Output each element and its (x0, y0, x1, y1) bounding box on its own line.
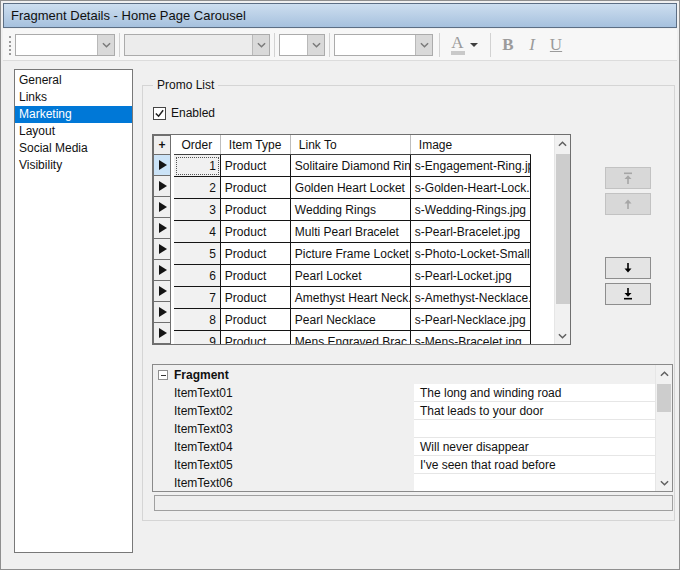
row-selector[interactable] (153, 280, 171, 302)
cell-link-to[interactable]: Pearl Necklace (291, 309, 411, 331)
underline-button: U (544, 32, 568, 58)
row-selector[interactable] (153, 259, 171, 281)
cell-image[interactable]: s-Mens-Bracelet.jpg (411, 331, 531, 345)
scroll-up-icon[interactable] (656, 365, 672, 382)
property-grid-scrollbar[interactable] (655, 365, 672, 491)
column-header-item-type[interactable]: Item Type (221, 135, 291, 154)
font-combobox[interactable] (124, 34, 270, 56)
cell-item-type[interactable]: Product (221, 309, 291, 331)
chevron-down-icon[interactable] (97, 35, 114, 55)
sidebar-item-general[interactable]: General (15, 72, 132, 89)
column-header-order[interactable]: Order (174, 135, 221, 154)
cell-image[interactable]: s-Photo-Locket-Small... (411, 243, 531, 265)
property-value[interactable]: I've seen that road before (414, 456, 655, 474)
cell-item-type[interactable]: Product (221, 287, 291, 309)
font-color-button[interactable]: A (444, 32, 484, 58)
chevron-down-icon[interactable] (307, 35, 324, 55)
cell-link-to[interactable]: Mens Engraved Brac... (291, 331, 411, 345)
scroll-down-icon[interactable] (656, 474, 672, 491)
sidebar-item-visibility[interactable]: Visibility (15, 157, 132, 174)
property-name[interactable]: ItemText02 (153, 402, 414, 420)
fragment-property-grid: Fragment ItemText01 The long and winding… (152, 364, 673, 492)
cell-image[interactable]: s-Golden-Heart-Lock... (411, 177, 531, 199)
combobox-value (16, 35, 97, 55)
row-selector-current[interactable] (153, 154, 171, 176)
cell-link-to[interactable]: Wedding Rings (291, 199, 411, 221)
row-selector[interactable] (153, 322, 171, 344)
cell-order[interactable]: 1 (174, 155, 221, 177)
property-name[interactable]: ItemText01 (153, 384, 414, 402)
row-selector[interactable] (153, 196, 171, 218)
grid-filler (531, 135, 554, 344)
cell-link-to[interactable]: Solitaire Diamond Ring (291, 155, 411, 177)
cell-order[interactable]: 2 (174, 177, 221, 199)
cell-order[interactable]: 6 (174, 265, 221, 287)
cell-order[interactable]: 4 (174, 221, 221, 243)
property-value[interactable]: Will never disappear (414, 438, 655, 456)
row-arrow-icon (159, 160, 167, 170)
cell-item-type[interactable]: Product (221, 155, 291, 177)
sidebar-item-links[interactable]: Links (15, 89, 132, 106)
enabled-checkbox[interactable] (153, 107, 166, 120)
cell-item-type[interactable]: Product (221, 331, 291, 345)
property-value[interactable]: That leads to your door (414, 402, 655, 420)
scroll-down-icon[interactable] (555, 327, 571, 344)
row-selector[interactable] (153, 175, 171, 197)
cell-link-to[interactable]: Golden Heart Locket (291, 177, 411, 199)
property-name[interactable]: ItemText03 (153, 420, 414, 438)
property-value[interactable] (414, 420, 655, 438)
cell-order[interactable]: 8 (174, 309, 221, 331)
chevron-down-icon[interactable] (252, 35, 269, 55)
cell-link-to[interactable]: Amethyst Heart Neck... (291, 287, 411, 309)
combobox-value (280, 35, 307, 55)
cell-link-to[interactable]: Multi Pearl Bracelet (291, 221, 411, 243)
cell-item-type[interactable]: Product (221, 177, 291, 199)
table-row: 3 Product Wedding Rings s-Wedding-Rings.… (174, 199, 531, 221)
scrollbar-thumb[interactable] (657, 384, 671, 412)
grid-vertical-scrollbar[interactable] (554, 135, 570, 344)
cell-order[interactable]: 5 (174, 243, 221, 265)
property-name[interactable]: ItemText06 (153, 474, 414, 492)
style-combobox[interactable] (15, 34, 115, 56)
scroll-up-icon[interactable] (555, 135, 571, 152)
property-value[interactable] (414, 474, 655, 492)
column-header-image[interactable]: Image (411, 135, 531, 154)
move-to-bottom-button[interactable] (605, 283, 651, 305)
property-name[interactable]: ItemText05 (153, 456, 414, 474)
cell-item-type[interactable]: Product (221, 221, 291, 243)
cell-image[interactable]: s-Pearl-Locket.jpg (411, 265, 531, 287)
section-list: General Links Marketing Layout Social Me… (14, 69, 133, 553)
cell-order[interactable]: 7 (174, 287, 221, 309)
row-selector[interactable] (153, 301, 171, 323)
category-header: Fragment (153, 365, 655, 384)
scrollbar-thumb[interactable] (556, 154, 570, 304)
row-arrow-icon (159, 307, 167, 317)
row-selector[interactable] (153, 238, 171, 260)
cell-link-to[interactable]: Picture Frame Locket (291, 243, 411, 265)
cell-order[interactable]: 9 (174, 331, 221, 345)
cell-link-to[interactable]: Pearl Locket (291, 265, 411, 287)
cell-order[interactable]: 3 (174, 199, 221, 221)
sidebar-item-layout[interactable]: Layout (15, 123, 132, 140)
cell-item-type[interactable]: Product (221, 265, 291, 287)
cell-image[interactable]: s-Pearl-Bracelet.jpg (411, 221, 531, 243)
chevron-down-icon[interactable] (415, 35, 432, 55)
cell-item-type[interactable]: Product (221, 199, 291, 221)
column-header-link-to[interactable]: Link To (291, 135, 411, 154)
sidebar-item-marketing[interactable]: Marketing (15, 106, 132, 123)
toolbar-grip-handle[interactable] (9, 36, 12, 55)
cell-image[interactable]: s-Wedding-Rings.jpg (411, 199, 531, 221)
collapse-icon[interactable] (158, 370, 168, 380)
sidebar-item-social-media[interactable]: Social Media (15, 140, 132, 157)
row-selector[interactable] (153, 217, 171, 239)
font-size-combobox[interactable] (279, 34, 325, 56)
property-value[interactable]: The long and winding road (414, 384, 655, 402)
property-name[interactable]: ItemText04 (153, 438, 414, 456)
move-down-button[interactable] (605, 257, 651, 279)
cell-item-type[interactable]: Product (221, 243, 291, 265)
grid-corner-header[interactable]: + (153, 135, 171, 155)
cell-image[interactable]: s-Pearl-Necklace.jpg (411, 309, 531, 331)
format-combobox[interactable] (334, 34, 433, 56)
cell-image[interactable]: s-Amethyst-Necklace... (411, 287, 531, 309)
cell-image[interactable]: s-Engagement-Ring.jpg (411, 155, 531, 177)
